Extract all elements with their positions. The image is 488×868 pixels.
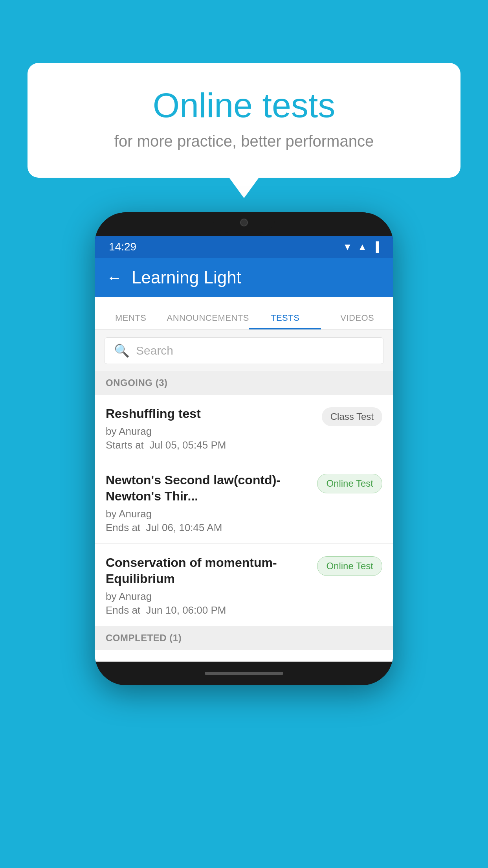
completed-section-header: COMPLETED (1) xyxy=(95,626,393,650)
test-author: by Anurag xyxy=(106,425,316,438)
search-placeholder: Search xyxy=(136,344,173,357)
test-list: Reshuffling test by Anurag Starts at Jul… xyxy=(95,395,393,626)
back-button[interactable]: ← xyxy=(106,269,122,287)
test-title: Reshuffling test xyxy=(106,406,316,422)
search-icon: 🔍 xyxy=(114,343,130,358)
test-date: Starts at Jul 05, 05:45 PM xyxy=(106,439,316,451)
speech-bubble: Online tests for more practice, better p… xyxy=(28,63,460,178)
test-item[interactable]: Reshuffling test by Anurag Starts at Jul… xyxy=(95,395,393,461)
test-info: Newton's Second law(contd)-Newton's Thir… xyxy=(106,472,311,534)
phone-bottom xyxy=(95,650,393,662)
tab-videos[interactable]: VIDEOS xyxy=(321,313,393,329)
test-info: Reshuffling test by Anurag Starts at Jul… xyxy=(106,406,316,451)
home-indicator xyxy=(205,672,283,675)
phone-frame-bottom xyxy=(95,662,393,685)
phone-screen-top xyxy=(95,212,393,236)
test-badge-online: Online Test xyxy=(317,556,382,576)
tab-tests[interactable]: TESTS xyxy=(249,313,321,329)
tab-announcements[interactable]: ANNOUNCEMENTS xyxy=(167,313,249,329)
tabs-bar: MENTS ANNOUNCEMENTS TESTS VIDEOS xyxy=(95,297,393,330)
phone-mockup: 14:29 ▼ ▲ ▐ ← Learning Light MENTS ANNOU… xyxy=(95,212,393,685)
front-camera xyxy=(240,219,248,226)
app-bar: ← Learning Light xyxy=(95,258,393,297)
test-item[interactable]: Conservation of momentum-Equilibrium by … xyxy=(95,544,393,626)
search-bar[interactable]: 🔍 Search xyxy=(104,337,384,364)
status-icons: ▼ ▲ ▐ xyxy=(343,241,379,252)
test-date: Ends at Jul 06, 10:45 AM xyxy=(106,522,311,534)
test-badge-online: Online Test xyxy=(317,474,382,493)
wifi-icon: ▼ xyxy=(343,241,352,252)
status-bar: 14:29 ▼ ▲ ▐ xyxy=(95,236,393,258)
test-author: by Anurag xyxy=(106,508,311,520)
search-container: 🔍 Search xyxy=(95,330,393,371)
bubble-subtitle: for more practice, better performance xyxy=(59,132,429,150)
camera-notch xyxy=(213,212,275,233)
test-title: Newton's Second law(contd)-Newton's Thir… xyxy=(106,472,311,505)
app-bar-title: Learning Light xyxy=(132,268,241,287)
test-title: Conservation of momentum-Equilibrium xyxy=(106,555,311,587)
signal-icon: ▲ xyxy=(358,241,367,252)
test-item[interactable]: Newton's Second law(contd)-Newton's Thir… xyxy=(95,461,393,544)
screen-content: 🔍 Search ONGOING (3) Reshuffling test by… xyxy=(95,330,393,662)
battery-icon: ▐ xyxy=(372,241,379,252)
status-time: 14:29 xyxy=(109,241,136,253)
test-badge-class: Class Test xyxy=(322,407,382,426)
phone-frame: 14:29 ▼ ▲ ▐ ← Learning Light MENTS ANNOU… xyxy=(95,212,393,685)
tab-ments[interactable]: MENTS xyxy=(95,313,167,329)
test-author: by Anurag xyxy=(106,590,311,603)
bubble-title: Online tests xyxy=(59,86,429,125)
test-date: Ends at Jun 10, 06:00 PM xyxy=(106,604,311,616)
test-info: Conservation of momentum-Equilibrium by … xyxy=(106,555,311,616)
ongoing-section-header: ONGOING (3) xyxy=(95,371,393,395)
